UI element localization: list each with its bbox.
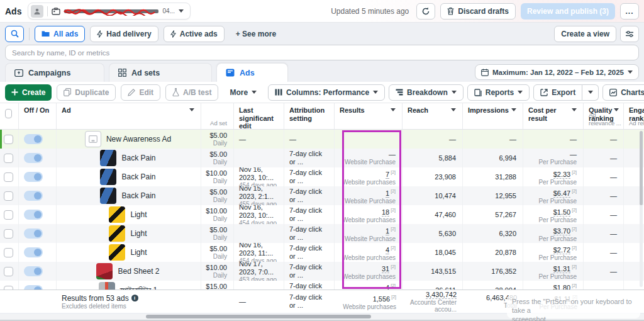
columns-button[interactable]: Columns: Performance [268,84,385,101]
attribution-value: — [289,135,296,143]
search-input[interactable] [5,45,639,60]
cost-per-result-value[interactable]: $1.31 [553,265,571,273]
footer-reach[interactable]: 3,430,742 [426,291,457,299]
more-button[interactable]: More [223,84,263,101]
ad-toggle[interactable] [24,247,43,257]
results-value[interactable]: 7 [386,171,389,179]
info-icon[interactable]: i [131,295,138,301]
row-checkbox[interactable] [4,286,13,290]
content-card: Create Duplicate Edit A/B test More Colu… [0,82,644,313]
ad-thumbnail [109,225,125,242]
charts-button[interactable]: Charts [602,84,644,101]
row-checkbox[interactable] [4,135,13,144]
filter-had-delivery[interactable]: Had delivery [90,26,158,42]
impressions-value: 31,288 [495,173,516,181]
vertical-scrollbar-thumb[interactable] [640,131,643,205]
results-value[interactable]: 1 [386,189,389,198]
table-row[interactable]: Light$5.00DailyNov 16, 2023, 11:...454 d… [0,243,644,262]
duplicate-button[interactable]: Duplicate [57,84,116,101]
last-edit: Nov 17, 2023, 7:0...453 days ago [234,262,284,281]
ad-toggle[interactable] [24,153,43,163]
select-all-checkbox[interactable] [5,109,12,118]
create-view-button[interactable]: Create a view [554,26,616,42]
row-checkbox[interactable] [4,210,13,220]
col-ad[interactable]: Ad [57,103,201,129]
col-reach[interactable]: Reach [402,103,463,129]
filter-active-ads[interactable]: Active ads [164,26,225,42]
row-checkbox[interactable] [4,191,13,201]
table-row[interactable]: New Awareness Ad$5.00Daily—————— [0,130,644,149]
results-sublabel: Website purchases [342,254,396,261]
export-options-button[interactable] [582,84,599,101]
ad-toggle[interactable] [24,228,43,239]
tab-campaigns[interactable]: Campaigns [5,63,104,82]
results-value[interactable]: 4 [386,284,389,290]
edit-button[interactable]: Edit [121,84,160,101]
cost-per-result-value[interactable]: $1.50 [553,208,571,217]
filter-all-ads[interactable]: All ads [35,26,85,42]
search-filter-button[interactable] [5,26,24,42]
see-more-filters[interactable]: + See more [230,26,282,42]
reach: 5,884 [402,149,463,167]
table-row[interactable]: Bed Sheet 2$10.00DailyNov 17, 2023, 7:0.… [0,262,644,281]
col-cost-per-result[interactable]: Cost per result [523,103,584,129]
ad-cell: Back Pain [57,186,201,205]
cost-per-result-value[interactable]: $2.72 [553,246,571,254]
results-value[interactable]: 1 [386,227,389,235]
account-selector[interactable]: 04... [28,3,190,20]
table-row[interactable]: Back Pain$10.00DailyNov 16, 2023, 10:...… [0,167,644,186]
cost-per-result-value[interactable]: $1.80 [553,284,571,290]
col-quality-ranking[interactable]: Quality rankingAd relevance ... [584,103,624,129]
tab-ad-sets[interactable]: Ad sets [109,63,212,82]
chevron-down-icon [373,91,378,94]
cost-per-result-value[interactable]: $2.33 [553,171,571,179]
col-attribution: Attribution setting [284,103,335,129]
row-checkbox[interactable] [4,229,13,239]
results-value[interactable]: 18 [382,208,389,217]
horizontal-scrollbar-thumb[interactable] [146,315,371,318]
ad-toggle[interactable] [24,191,43,201]
cost-per-result-value[interactable]: $3.70 [553,227,571,235]
row-checkbox[interactable] [4,267,13,276]
results-value[interactable]: 31 [382,265,389,273]
results-value[interactable]: 4 [386,246,389,254]
table-row[interactable]: Light$10.00DailyNov 16, 2023, 10:...454 … [0,205,644,224]
row-checkbox[interactable] [4,154,13,163]
table-row[interactable]: স্পাইরোমিটার 1$15.00Daily7-day click or … [0,281,644,290]
breakdown-button[interactable]: Breakdown [389,84,464,101]
reports-button[interactable]: Reports [467,84,530,101]
row-checkbox[interactable] [4,172,13,182]
col-results[interactable]: Results [335,103,402,129]
cost-per-result-value[interactable]: $6.47 [553,189,571,198]
discard-drafts-button[interactable]: Discard drafts [440,3,516,20]
col-impressions[interactable]: Impressions [463,103,523,129]
filter-settings-button[interactable] [620,26,639,42]
ad-cell: New Awareness Ad [57,130,201,149]
chevron-down-icon [452,91,457,94]
ad-thumbnail [96,263,113,279]
date-range-selector[interactable]: Maximum: Jan 12, 2022 – Feb 12, 2025 [475,64,639,80]
create-button[interactable]: Create [5,84,52,101]
more-options-button[interactable]: ... [620,3,639,20]
review-publish-button[interactable]: Review and publish (3) [521,3,615,20]
ad-toggle[interactable] [24,210,43,220]
ad-toggle[interactable] [24,134,43,144]
table-row[interactable]: Back Pain$5.00DailyNov 15, 2023, 2:1...4… [0,186,644,205]
ab-test-button[interactable]: A/B test [165,84,218,101]
ad-thumbnail [109,244,125,261]
table-row[interactable]: Light$5.00Daily7-day click or ...1[2]Web… [0,224,644,243]
ad-toggle[interactable] [24,266,43,276]
ad-toggle[interactable] [24,285,43,290]
reach-value: 10,474 [435,192,456,200]
export-button[interactable]: Export [533,84,582,101]
table-header: Off / On Ad Ad set Last significant edit… [0,103,644,130]
tab-ads[interactable]: Ads [216,63,288,82]
impressions-value: 20,878 [495,249,516,256]
ad-toggle[interactable] [24,172,43,182]
quality-ranking: — [584,130,624,149]
table-row[interactable]: Back Pain$5.00Daily7-day click or ...—We… [0,149,644,167]
row-checkbox[interactable] [4,248,13,257]
refresh-button[interactable] [416,3,435,20]
reach-value: 5,630 [438,230,456,237]
budget: $5.00Daily [201,243,234,262]
